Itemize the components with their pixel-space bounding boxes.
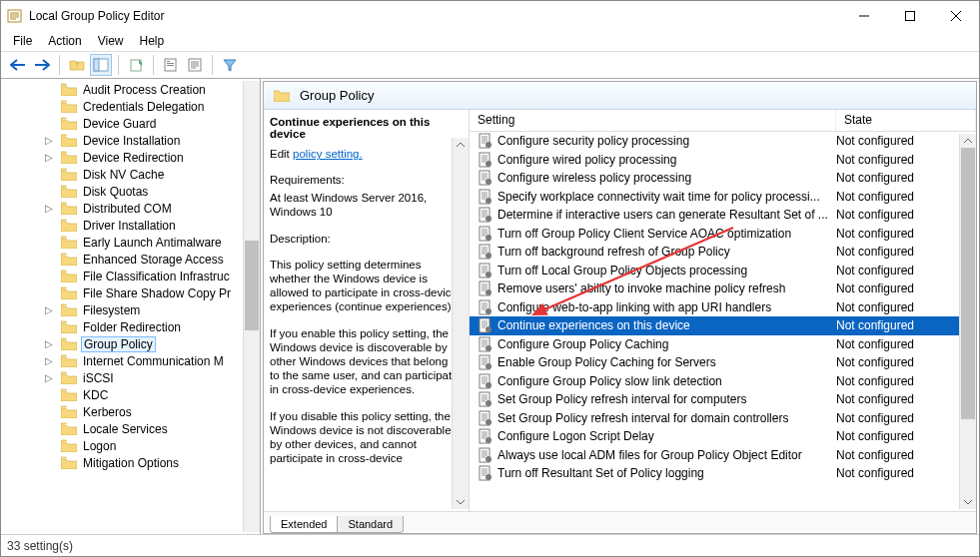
refresh-button[interactable] [184, 54, 206, 76]
menu-file[interactable]: File [5, 32, 40, 50]
tree-scrollbar[interactable] [243, 81, 260, 532]
policy-name: Configure security policy processing [497, 134, 836, 148]
policy-row[interactable]: Enable Group Policy Caching for ServersN… [470, 353, 976, 372]
tree-item[interactable]: Folder Redirection [61, 318, 260, 335]
maximize-button[interactable] [887, 1, 933, 31]
selected-policy-title: Continue experiences on this device [270, 116, 459, 140]
policy-row[interactable]: Configure Logon Script DelayNot configur… [470, 427, 976, 446]
tree-item[interactable]: Kerberos [61, 403, 260, 420]
column-setting[interactable]: Setting [470, 110, 836, 131]
policy-row[interactable]: Configure wireless policy processingNot … [470, 169, 976, 188]
requirements-body: At least Windows Server 2016, Windows 10 [270, 192, 459, 220]
policy-row[interactable]: Continue experiences on this deviceNot c… [470, 316, 976, 335]
close-button[interactable] [933, 1, 979, 31]
tree-item[interactable]: Locale Services [61, 420, 260, 437]
scroll-down-icon[interactable] [453, 495, 470, 509]
tree-item[interactable]: ▷Group Policy [61, 335, 260, 352]
policy-state: Not configured [836, 448, 976, 462]
up-button[interactable] [66, 54, 88, 76]
folder-icon [61, 100, 77, 113]
scroll-down-icon[interactable] [960, 495, 976, 509]
policy-row[interactable]: Turn off Resultant Set of Policy logging… [470, 464, 976, 483]
forward-button[interactable] [31, 54, 53, 76]
policy-list-scrollbar[interactable] [959, 134, 976, 509]
tree-item[interactable]: Audit Process Creation [61, 81, 260, 98]
menu-action[interactable]: Action [40, 32, 89, 50]
tree-item[interactable]: Device Guard [61, 115, 260, 132]
policy-row[interactable]: Remove users' ability to invoke machine … [470, 279, 976, 298]
folder-icon [61, 151, 77, 164]
minimize-button[interactable] [841, 1, 887, 31]
policy-row[interactable]: Configure web-to-app linking with app UR… [470, 298, 976, 317]
policy-row[interactable]: Set Group Policy refresh interval for co… [470, 390, 976, 409]
policy-row[interactable]: Specify workplace connectivity wait time… [470, 188, 976, 207]
tree-item[interactable]: Logon [61, 437, 260, 454]
policy-state: Not configured [836, 245, 976, 259]
column-state[interactable]: State [836, 110, 976, 131]
folder-icon [61, 303, 77, 316]
folder-icon [61, 117, 77, 130]
policy-row[interactable]: Configure security policy processingNot … [470, 132, 976, 151]
policy-state: Not configured [836, 318, 976, 332]
tree-item[interactable]: File Classification Infrastruc [61, 268, 260, 284]
folder-icon [61, 83, 77, 96]
folder-icon [274, 89, 290, 102]
tree-expander-icon[interactable]: ▷ [43, 203, 55, 214]
tree-item-label: File Classification Infrastruc [81, 270, 232, 283]
scroll-up-icon[interactable] [453, 138, 470, 152]
tree-item[interactable]: Disk Quotas [61, 183, 260, 200]
tree-expander-icon[interactable]: ▷ [43, 152, 55, 163]
menu-help[interactable]: Help [132, 32, 173, 50]
svg-point-72 [486, 308, 491, 314]
svg-point-24 [486, 161, 491, 167]
policy-row[interactable]: Turn off background refresh of Group Pol… [470, 243, 976, 262]
back-button[interactable] [7, 54, 29, 76]
tab-standard[interactable]: Standard [337, 516, 404, 533]
tree-expander-icon[interactable]: ▷ [43, 135, 55, 146]
tree-item[interactable]: Enhanced Storage Access [61, 251, 260, 268]
properties-button[interactable] [160, 54, 182, 76]
policy-row[interactable]: Configure wired policy processingNot con… [470, 151, 976, 170]
policy-row[interactable]: Configure Group Policy CachingNot config… [470, 335, 976, 354]
policy-name: Remove users' ability to invoke machine … [497, 281, 836, 295]
tree-item[interactable]: ▷iSCSI [61, 369, 260, 386]
policy-row[interactable]: Turn off Local Group Policy Objects proc… [470, 262, 976, 280]
policy-name: Configure Group Policy slow link detecti… [497, 374, 836, 388]
tree-item[interactable]: Driver Installation [61, 217, 260, 234]
policy-name: Turn off Group Policy Client Service AOA… [497, 227, 836, 241]
tab-extended[interactable]: Extended [270, 516, 338, 533]
policy-name: Enable Group Policy Caching for Servers [497, 355, 836, 369]
filter-button[interactable] [219, 54, 241, 76]
tree-item[interactable]: Early Launch Antimalware [61, 234, 260, 251]
tree-item[interactable]: ▷Device Redirection [61, 149, 260, 166]
menu-view[interactable]: View [90, 32, 132, 50]
policy-icon [478, 447, 493, 463]
policy-row[interactable]: Determine if interactive users can gener… [470, 206, 976, 225]
export-list-button[interactable] [125, 54, 147, 76]
tree-item[interactable]: KDC [61, 386, 260, 403]
details-scrollbar[interactable] [452, 138, 469, 509]
tree-expander-icon[interactable]: ▷ [43, 304, 55, 315]
tree-expander-icon[interactable]: ▷ [43, 355, 55, 366]
tree-expander-icon[interactable]: ▷ [43, 372, 55, 383]
tree-item[interactable]: ▷Filesystem [61, 301, 260, 318]
tree-item[interactable]: File Share Shadow Copy Pr [61, 284, 260, 301]
show-hide-tree-button[interactable] [90, 54, 112, 76]
policy-icon [478, 263, 493, 278]
tree-item[interactable]: Disk NV Cache [61, 166, 260, 183]
policy-row[interactable]: Turn off Group Policy Client Service AOA… [470, 225, 976, 244]
edit-policy-link[interactable]: policy setting. [293, 148, 363, 160]
tree-item[interactable]: ▷Distributed COM [61, 200, 260, 217]
policy-icon [478, 207, 493, 223]
scroll-up-icon[interactable] [960, 134, 976, 148]
policy-icon [478, 317, 493, 333]
tree-item-label: Folder Redirection [81, 320, 183, 334]
tree-item[interactable]: Credentials Delegation [61, 98, 260, 115]
tree-item[interactable]: Mitigation Options [61, 454, 260, 471]
policy-row[interactable]: Configure Group Policy slow link detecti… [470, 372, 976, 391]
policy-row[interactable]: Set Group Policy refresh interval for do… [470, 409, 976, 428]
tree-expander-icon[interactable]: ▷ [43, 338, 55, 349]
tree-item[interactable]: ▷Device Installation [61, 132, 260, 149]
tree-item[interactable]: ▷Internet Communication M [61, 352, 260, 369]
policy-row[interactable]: Always use local ADM files for Group Pol… [470, 446, 976, 465]
